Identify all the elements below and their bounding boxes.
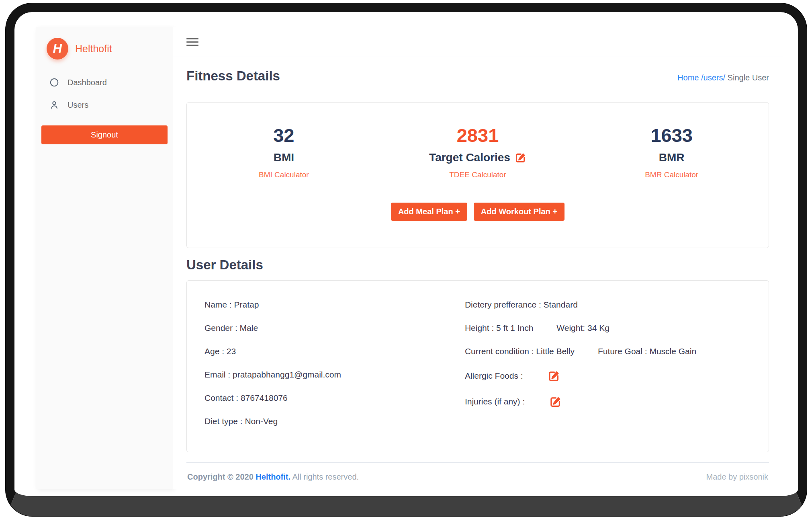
bmr-calculator-link[interactable]: BMR Calculator [575, 170, 769, 179]
add-meal-plan-button[interactable]: Add Meal Plan + [391, 203, 467, 221]
bmr-label: BMR [575, 151, 769, 164]
detail-row-condition-goal: Current condition : Little Belly Future … [465, 347, 753, 356]
bmi-value: 32 [187, 124, 381, 146]
detail-row-dietary-preference: Dietery prefferance : Standard [465, 300, 753, 310]
credit-text: Made by pixsonik [706, 472, 768, 482]
edit-icon[interactable] [515, 152, 526, 163]
device-frame: H Helthofit Dashboard [6, 3, 807, 516]
detail-row-gender: Gender : Male [205, 323, 465, 333]
brand-row: H Helthofit [36, 27, 173, 59]
user-details-left-column: Name : Pratap Gender : Male Age : 23 Ema… [205, 300, 465, 440]
target-calories-value: 2831 [381, 124, 575, 146]
page-title: Fitness Details [186, 68, 280, 84]
user-details-right-column: Dietery prefferance : Standard Height : … [465, 300, 753, 440]
brand-name: Helthofit [75, 43, 112, 55]
bmr-value: 1633 [575, 124, 769, 146]
user-icon [49, 100, 59, 110]
page-footer: Copyright © 2020 Helthofit. All rights r… [186, 462, 769, 490]
topbar [173, 27, 783, 57]
app-window: H Helthofit Dashboard [14, 12, 798, 496]
sidebar-nav: Dashboard Users [36, 77, 173, 110]
user-details-title: User Details [186, 257, 769, 273]
sidebar-item-label: Users [67, 101, 88, 110]
main-content: Fitness Details Home /users/ Single User [173, 57, 783, 490]
sidebar-item-dashboard[interactable]: Dashboard [49, 77, 173, 88]
detail-row-contact: Contact : 8767418076 [205, 393, 465, 403]
hamburger-icon[interactable] [186, 38, 198, 46]
stat-bmi: 32 BMI BMI Calculator [187, 124, 381, 179]
signout-button[interactable]: Signout [41, 125, 168, 144]
helthofit-logo-icon: H [47, 38, 68, 59]
copyright-text: Copyright © 2020 Helthofit. All rights r… [187, 472, 359, 482]
sidebar-item-label: Dashboard [67, 78, 107, 87]
screenshot-stage: H Helthofit Dashboard [0, 0, 812, 517]
fitness-stats-card: 32 BMI BMI Calculator 2831 Targe [186, 102, 769, 248]
detail-row-height-weight: Height : 5 ft 1 Inch Weight: 34 Kg [465, 323, 753, 333]
stat-target-calories: 2831 Target Calories [381, 124, 575, 179]
breadcrumb-current: Single User [728, 73, 769, 82]
detail-row-injuries: Injuries (if any) : [465, 396, 753, 408]
detail-row-email: Email : pratapabhangg1@gmail.com [205, 370, 465, 380]
edit-icon[interactable] [550, 396, 562, 408]
footer-brand-link[interactable]: Helthofit. [256, 472, 290, 481]
detail-row-name: Name : Pratap [205, 300, 465, 310]
circle-icon [49, 77, 59, 88]
detail-row-age: Age : 23 [205, 347, 465, 356]
user-details-card: Name : Pratap Gender : Male Age : 23 Ema… [186, 280, 769, 452]
add-workout-plan-button[interactable]: Add Workout Plan + [474, 203, 565, 221]
main-panel: Fitness Details Home /users/ Single User [173, 27, 783, 489]
sidebar-item-users[interactable]: Users [49, 100, 173, 110]
target-calories-label: Target Calories [381, 151, 575, 164]
breadcrumb-users-link[interactable]: /users/ [701, 73, 725, 82]
bmi-calculator-link[interactable]: BMI Calculator [187, 170, 381, 179]
sidebar: H Helthofit Dashboard [36, 27, 173, 489]
detail-row-diet-type: Diet type : Non-Veg [205, 416, 465, 426]
bmi-label: BMI [187, 151, 381, 164]
breadcrumb: Home /users/ Single User [677, 73, 769, 82]
stat-bmr: 1633 BMR BMR Calculator [575, 124, 769, 179]
detail-row-allergic-foods: Allergic Foods : [465, 370, 753, 382]
edit-icon[interactable] [548, 370, 560, 382]
tdee-calculator-link[interactable]: TDEE Calculator [381, 170, 575, 179]
breadcrumb-home-link[interactable]: Home [677, 73, 699, 82]
